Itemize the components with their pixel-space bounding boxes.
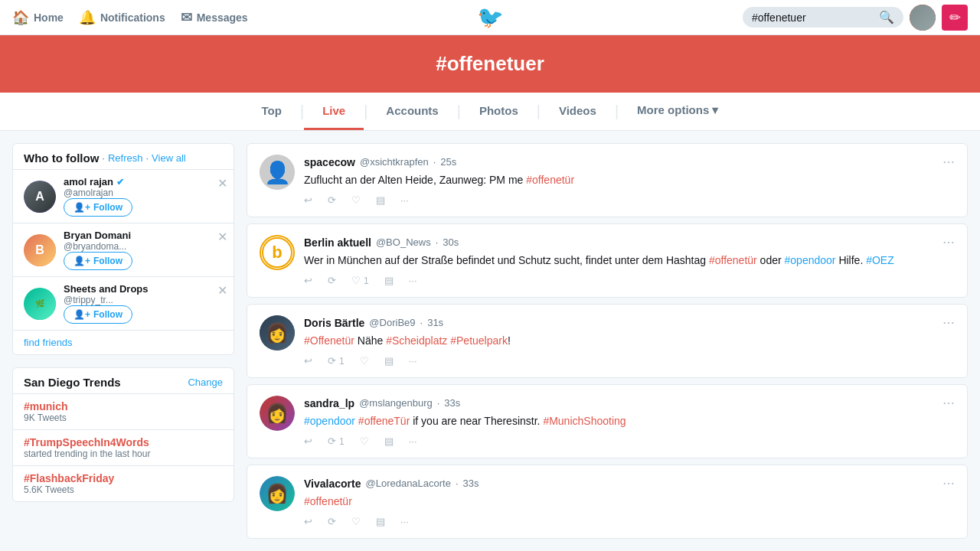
retweet-action-3[interactable]: ⟳ 1 [328,355,345,367]
media-action-4[interactable]: ▤ [384,435,394,447]
follow-person-icon-2: 👤+ [74,256,90,266]
user-avatar-image [910,5,936,31]
retweet-action-2[interactable]: ⟳ [328,275,336,286]
hashtag-offenetuer-5[interactable]: #offenetür [304,495,352,507]
trends-change-link[interactable]: Change [188,377,223,388]
media-action-1[interactable]: ▤ [376,194,385,206]
tweet-options-1[interactable]: ⋯ [942,155,955,169]
avatar-bryan: B [24,234,56,266]
hashtag-scheidplatz[interactable]: #Scheidplatz [386,334,447,347]
retweet-action-5[interactable]: ⟳ [328,516,336,527]
like-action-4[interactable]: ♡ [360,435,369,447]
messages-label: Messages [197,11,248,24]
who-to-follow-header: Who to follow · Refresh · View all [13,144,234,169]
avatar[interactable] [910,5,936,31]
reply-action-4[interactable]: ↩ [304,435,312,447]
trend-item-flashback: #FlashbackFriday 5.6K Tweets [13,465,234,501]
reply-action-2[interactable]: ↩ [304,275,312,286]
tweet-handle-5: @LoredanaLacorte [365,478,451,489]
retweet-action-1[interactable]: ⟳ [328,194,336,206]
hashtag-opendoor-4[interactable]: #opendoor [304,415,355,427]
hashtag-offenetuer-3[interactable]: #Offenetür [304,334,354,347]
tweet-header-2: Berlin aktuell @BO_News · 30s ⋯ [304,235,955,249]
more-action-3[interactable]: ··· [409,355,417,367]
like-count-2: 1 [364,276,369,286]
reply-icon-1: ↩ [304,194,312,206]
view-all-link[interactable]: View all [152,152,186,164]
reply-action-1[interactable]: ↩ [304,194,312,206]
retweet-action-4[interactable]: ⟳ 1 [328,435,345,447]
retweet-icon-4: ⟳ [328,435,336,447]
tweet-options-3[interactable]: ⋯ [942,315,955,330]
more-icon-2: ··· [409,275,417,286]
more-action-4[interactable]: ··· [409,435,417,447]
home-nav-item[interactable]: 🏠 Home [12,9,64,26]
hashtag-petuelpark[interactable]: #Petuelpark [450,334,508,347]
more-action-2[interactable]: ··· [409,275,417,286]
media-action-5[interactable]: ▤ [376,516,385,527]
tweet-actions-2: ↩ ⟳ ♡ 1 ▤ ··· [304,275,955,286]
tweet-body-1: spacecow @xsichtkrapfen · 25s ⋯ Zuflucht… [304,155,955,206]
hashtag-opendoor-2[interactable]: #opendoor [785,254,836,266]
hashtag-offenetuer-4[interactable]: #offeneTür [358,415,410,427]
dismiss-sheets-button[interactable]: ✕ [217,283,227,298]
reply-action-3[interactable]: ↩ [304,355,312,367]
refresh-link[interactable]: Refresh [108,152,143,164]
follow-button-amol[interactable]: 👤+ Follow [64,198,132,217]
tab-more-options[interactable]: More options ▾ [619,93,737,130]
tweet-options-2[interactable]: ⋯ [942,235,955,249]
more-action-1[interactable]: ··· [400,194,409,206]
follow-item-amol: A amol rajan ✔ @amolrajan 👤+ Follow ✕ [13,169,234,223]
retweet-icon-2: ⟳ [328,275,336,286]
tweet-time-5: 33s [463,478,479,489]
doris-avatar-img: 👩 [260,315,295,350]
media-action-2[interactable]: ▤ [384,275,394,286]
tweet-card-3: 👩 Doris Bärtle @DoriBe9 · 31s ⋯ #Offenet… [247,304,968,378]
search-button[interactable]: 🔍 [879,10,894,24]
follow-button-bryan[interactable]: 👤+ Follow [64,252,132,270]
user-name-sheets: Sheets and Drops [64,283,223,295]
tweet-handle-1: @xsichtkrapfen [360,156,429,168]
reply-action-5[interactable]: ↩ [304,516,312,527]
tab-photos[interactable]: Photos [461,93,537,130]
trend-item-trump: #TrumpSpeechIn4Words started trending in… [13,429,234,465]
tab-videos[interactable]: Videos [541,93,615,130]
more-icon-1: ··· [400,194,409,206]
media-action-3[interactable]: ▤ [384,355,394,367]
trend-name-munich[interactable]: #munich [24,400,223,412]
dismiss-amol-button[interactable]: ✕ [217,176,227,191]
tweet-text-5: #offenetür [304,494,955,510]
tweet-dot-2: · [436,236,439,248]
notifications-nav-item[interactable]: 🔔 Notifications [79,9,165,26]
more-icon-3: ··· [409,355,417,367]
hashtag-munichshooting[interactable]: #MunichShooting [543,415,626,427]
compose-button[interactable]: ✏ [942,5,968,31]
hashtag-oez-2[interactable]: #OEZ [866,254,894,266]
like-action-1[interactable]: ♡ [351,194,361,206]
hashtag-offenetuer-2[interactable]: #offenetür [709,254,757,266]
like-action-3[interactable]: ♡ [360,355,369,367]
hashtag-offenetuer-1[interactable]: #offenetür [526,174,574,186]
tweet-card-1: 👤 spacecow @xsichtkrapfen · 25s ⋯ Zufluc… [247,143,968,217]
find-friends-link[interactable]: find friends [13,330,234,354]
trend-name-flashback[interactable]: #FlashbackFriday [24,472,223,484]
messages-nav-item[interactable]: ✉ Messages [181,9,248,26]
like-action-2[interactable]: ♡ 1 [351,275,369,286]
tab-accounts[interactable]: Accounts [368,93,456,130]
notifications-label: Notifications [100,11,165,24]
search-box: 🔍 [743,7,903,28]
dismiss-bryan-button[interactable]: ✕ [217,230,227,244]
more-action-5[interactable]: ··· [400,516,409,527]
search-input[interactable] [752,11,874,24]
trend-name-trump[interactable]: #TrumpSpeechIn4Words [24,436,223,448]
tweet-time-2: 30s [443,236,459,248]
user-info-amol: amol rajan ✔ @amolrajan 👤+ Follow [64,176,223,217]
avatar-bryan-img: B [24,234,56,266]
follow-button-sheets[interactable]: 👤+ Follow [64,305,132,324]
like-action-5[interactable]: ♡ [351,516,361,527]
tab-top[interactable]: Top [243,93,300,130]
tab-live[interactable]: Live [304,93,364,130]
tweet-avatar-berlin: b [260,235,295,270]
tweet-options-4[interactable]: ⋯ [942,396,955,410]
tweet-options-5[interactable]: ⋯ [942,476,955,491]
